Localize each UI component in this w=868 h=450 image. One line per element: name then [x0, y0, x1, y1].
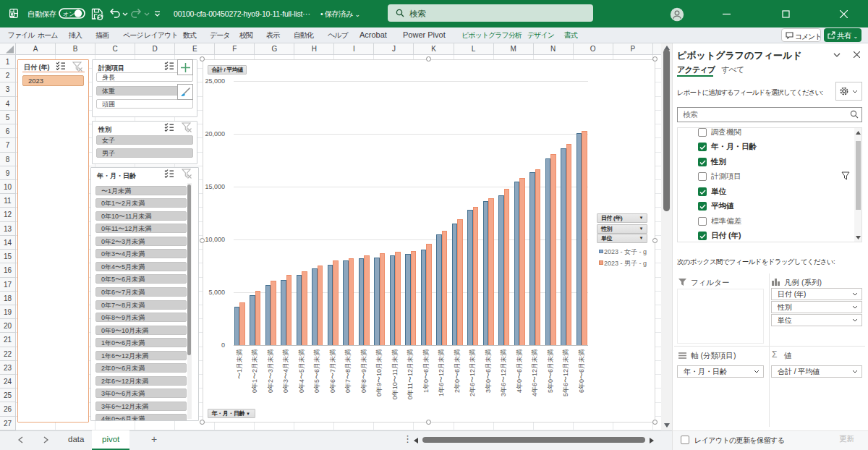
svg-text:オン: オン [63, 11, 75, 17]
